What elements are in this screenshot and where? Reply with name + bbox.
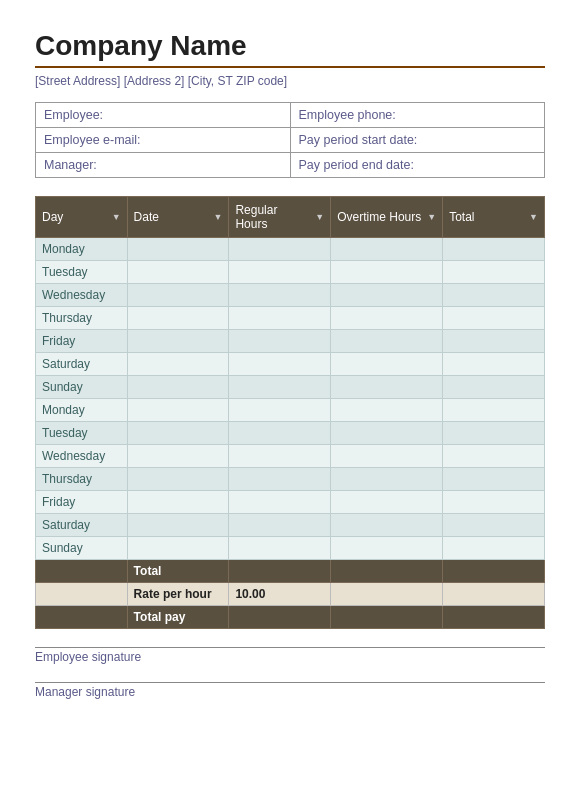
overtime-hours-cell: [331, 330, 443, 353]
col-header-regular-hours: Regular Hours ▼: [229, 197, 331, 238]
total-cell: [443, 514, 545, 537]
manager-cell: Manager:: [36, 153, 291, 178]
totalpay-empty-3: [331, 606, 443, 629]
overtime-dropdown-icon[interactable]: ▼: [427, 212, 436, 222]
regular-hours-cell: [229, 422, 331, 445]
total-cell: [443, 353, 545, 376]
table-row: Monday: [36, 238, 545, 261]
total-reg-sum: [229, 560, 331, 583]
info-table: Employee: Employee phone: Employee e-mai…: [35, 102, 545, 178]
pay-end-cell: Pay period end date:: [290, 153, 545, 178]
overtime-hours-cell: [331, 376, 443, 399]
manager-sig-underline: [35, 682, 545, 683]
table-row: Wednesday: [36, 445, 545, 468]
regular-hours-cell: [229, 261, 331, 284]
total-cell: [443, 376, 545, 399]
employee-cell: Employee:: [36, 103, 291, 128]
table-row: Thursday: [36, 307, 545, 330]
date-cell: [127, 491, 229, 514]
total-cell: [443, 307, 545, 330]
timesheet-table: Day ▼ Date ▼ Regular Hours ▼ Overtime Ho…: [35, 196, 545, 629]
regular-hours-cell: [229, 238, 331, 261]
pay-start-cell: Pay period start date:: [290, 128, 545, 153]
phone-label: Employee phone:: [299, 108, 396, 122]
regular-hours-cell: [229, 491, 331, 514]
company-divider: [35, 66, 545, 68]
table-header-row: Day ▼ Date ▼ Regular Hours ▼ Overtime Ho…: [36, 197, 545, 238]
day-dropdown-icon[interactable]: ▼: [112, 212, 121, 222]
total-cell: [443, 468, 545, 491]
overtime-hours-cell: [331, 284, 443, 307]
date-cell: [127, 307, 229, 330]
totalpay-value: [443, 606, 545, 629]
totalpay-empty-2: [229, 606, 331, 629]
employee-sig-underline: [35, 647, 545, 648]
regular-hours-cell: [229, 353, 331, 376]
total-cell: [443, 330, 545, 353]
date-cell: [127, 514, 229, 537]
signature-section: Employee signature Manager signature: [35, 647, 545, 699]
rate-label: Rate per hour: [127, 583, 229, 606]
regular-hours-cell: [229, 330, 331, 353]
table-row: Tuesday: [36, 261, 545, 284]
table-row: Sunday: [36, 537, 545, 560]
overtime-hours-cell: [331, 537, 443, 560]
date-cell: [127, 468, 229, 491]
overtime-hours-cell: [331, 445, 443, 468]
table-row: Thursday: [36, 468, 545, 491]
overtime-hours-cell: [331, 422, 443, 445]
company-name: Company Name: [35, 30, 545, 62]
date-cell: [127, 399, 229, 422]
day-cell: Sunday: [36, 376, 128, 399]
table-row: Saturday: [36, 514, 545, 537]
table-row: Friday: [36, 330, 545, 353]
rate-row: Rate per hour 10.00: [36, 583, 545, 606]
rate-empty-2: [331, 583, 443, 606]
date-cell: [127, 445, 229, 468]
totalpay-empty-1: [36, 606, 128, 629]
day-cell: Saturday: [36, 514, 128, 537]
regular-dropdown-icon[interactable]: ▼: [315, 212, 324, 222]
info-row-2: Employee e-mail: Pay period start date:: [36, 128, 545, 153]
table-row: Wednesday: [36, 284, 545, 307]
email-cell: Employee e-mail:: [36, 128, 291, 153]
total-ot-sum: [331, 560, 443, 583]
table-row: Friday: [36, 491, 545, 514]
info-row-1: Employee: Employee phone:: [36, 103, 545, 128]
regular-hours-cell: [229, 468, 331, 491]
total-pay-row: Total pay: [36, 606, 545, 629]
total-empty-1: [36, 560, 128, 583]
day-cell: Tuesday: [36, 261, 128, 284]
overtime-hours-cell: [331, 261, 443, 284]
day-cell: Wednesday: [36, 445, 128, 468]
date-cell: [127, 353, 229, 376]
day-cell: Thursday: [36, 307, 128, 330]
overtime-hours-cell: [331, 514, 443, 537]
overtime-hours-cell: [331, 307, 443, 330]
day-cell: Tuesday: [36, 422, 128, 445]
total-summary-row: Total: [36, 560, 545, 583]
table-row: Sunday: [36, 376, 545, 399]
total-label: Total: [127, 560, 229, 583]
rate-empty-3: [443, 583, 545, 606]
col-header-date: Date ▼: [127, 197, 229, 238]
regular-hours-cell: [229, 307, 331, 330]
date-cell: [127, 537, 229, 560]
day-cell: Saturday: [36, 353, 128, 376]
total-cell: [443, 399, 545, 422]
regular-hours-cell: [229, 399, 331, 422]
employee-signature-line: Employee signature: [35, 647, 545, 664]
total-cell: [443, 537, 545, 560]
pay-start-label: Pay period start date:: [299, 133, 418, 147]
overtime-hours-cell: [331, 353, 443, 376]
pay-end-label: Pay period end date:: [299, 158, 414, 172]
total-dropdown-icon[interactable]: ▼: [529, 212, 538, 222]
total-cell: [443, 261, 545, 284]
date-dropdown-icon[interactable]: ▼: [213, 212, 222, 222]
date-cell: [127, 261, 229, 284]
date-cell: [127, 422, 229, 445]
date-cell: [127, 376, 229, 399]
table-row: Tuesday: [36, 422, 545, 445]
total-cell: [443, 284, 545, 307]
overtime-hours-cell: [331, 238, 443, 261]
